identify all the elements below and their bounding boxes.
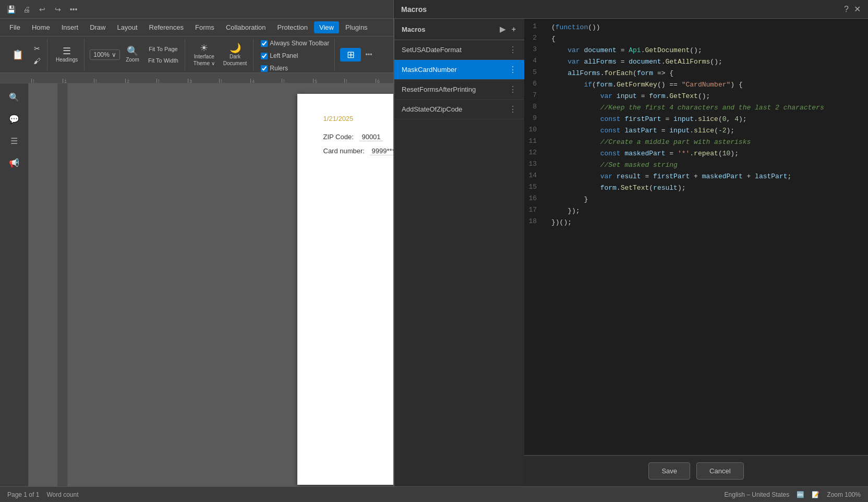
macros-dialog: Macros ? ✕ Macros ▶ + SetUSADateFo: [393, 83, 868, 486]
more-icon[interactable]: •••: [68, 4, 79, 15]
card-label: Card number:: [323, 147, 365, 155]
code-line-9: 9 const firstPart = input.slice(0, 4);: [524, 114, 868, 125]
save-button[interactable]: Save: [648, 462, 690, 480]
zoom-dropdown[interactable]: 100% ∨: [90, 50, 120, 60]
macros-list: SetUSADateFormat ⋮ MaskCardNumber ⋮ Rese…: [394, 83, 524, 486]
code-line-7: 7 var input = form.GetText();: [524, 91, 868, 102]
dark-document-label: Dark: [230, 54, 240, 59]
macro-item-addstateofzipcode[interactable]: AddStateOfZipCode ⋮: [394, 100, 524, 119]
left-panel: 🔍 💬 ☰ 📢: [0, 83, 29, 486]
cancel-button[interactable]: Cancel: [696, 462, 743, 480]
menu-protection[interactable]: Protection: [272, 21, 313, 33]
macro-menu-addstateofzipcode[interactable]: ⋮: [509, 104, 517, 114]
code-line-8: 8 //Keep the first 4 characters and the …: [524, 102, 868, 114]
menu-layout[interactable]: Layout: [112, 21, 143, 33]
status-bar-right: English – United States 🔤 📝 Zoom 100%: [725, 491, 861, 498]
left-panel-label: Left Panel: [270, 52, 298, 59]
zoom-label: Zoom: [126, 57, 139, 63]
zoom-chevron: ∨: [112, 51, 116, 58]
macro-item-resetformsafterprinting[interactable]: ResetFormsAfterPrinting ⋮: [394, 83, 524, 100]
ruler-marks: | 1 | 2 | 3 | 4 | 5 | 6: [31, 73, 407, 83]
code-line-17: 17 });: [524, 205, 868, 217]
search-panel-icon[interactable]: 🔍: [5, 88, 23, 106]
view-options-group: Always Show Toolbar Left Panel Rulers: [256, 39, 335, 70]
theme-group: ☀ Interface Theme ∨ 🌙 Dark Document: [187, 39, 254, 70]
active-toolbar-group: ⊞ •••: [337, 39, 378, 70]
left-panel-check[interactable]: Left Panel: [259, 51, 300, 60]
code-line-6: 6 if(form.GetFormKey() == "CardNumber") …: [524, 83, 868, 91]
menu-forms[interactable]: Forms: [190, 21, 220, 33]
zip-label: ZIP Code:: [323, 133, 354, 141]
zoom-group: 100% ∨ 🔍 Zoom Fit To Page Fit To Width: [87, 39, 185, 70]
code-line-14: 14 var result = firstPart + maskedPart +…: [524, 171, 868, 182]
menu-home[interactable]: Home: [27, 21, 55, 33]
menu-draw[interactable]: Draw: [85, 21, 111, 33]
copy-format-btn[interactable]: 🖌: [30, 55, 44, 67]
track-changes-icon[interactable]: 📝: [812, 491, 819, 498]
headings-label: Headings: [56, 57, 78, 63]
menu-references[interactable]: References: [144, 21, 189, 33]
always-show-toolbar-check[interactable]: Always Show Toolbar: [259, 39, 331, 48]
code-line-12: 12 const maskedPart = '*'.repeat(10);: [524, 148, 868, 160]
rulers-label: Rulers: [270, 65, 288, 72]
menu-collaboration[interactable]: Collaboration: [221, 21, 271, 33]
print-icon[interactable]: 🖨: [21, 4, 32, 15]
redo-icon[interactable]: ↪: [52, 4, 64, 15]
macros-footer: Save Cancel: [524, 455, 868, 486]
vertical-ruler: [57, 83, 68, 486]
menu-view[interactable]: View: [314, 21, 339, 33]
code-line-11: 11 //Create a middle part with asterisks: [524, 137, 868, 148]
paste-btn[interactable]: 📋: [7, 48, 28, 62]
word-count[interactable]: Word count: [46, 491, 78, 498]
zoom-value: 100%: [93, 51, 110, 58]
macro-name-resetformsafterprinting: ResetFormsAfterPrinting: [402, 85, 476, 93]
spell-check-icon[interactable]: 🔤: [797, 491, 804, 498]
fit-to-page-btn[interactable]: Fit To Page: [145, 44, 182, 54]
more-toolbar-icon[interactable]: •••: [363, 49, 375, 60]
macros-list-panel: Macros ▶ + SetUSADateFormat ⋮ MaskCardNu…: [394, 83, 524, 486]
macros-dialog-body: Macros ▶ + SetUSADateFormat ⋮ MaskCardNu…: [394, 83, 868, 486]
dark-document-btn[interactable]: 🌙 Dark Document: [220, 41, 250, 68]
code-editor: 1 (function()) 2 { 3 var document = Api.…: [524, 83, 868, 486]
main-area: 🔍 💬 ☰ 📢 1/21/2025 ZIP Code: 90001 State:…: [0, 83, 868, 486]
status-bar-left: Page 1 of 1 Word count: [7, 491, 79, 498]
fit-to-width-btn[interactable]: Fit To Width: [145, 55, 182, 66]
code-line-18: 18 })();: [524, 217, 868, 228]
menu-plugins[interactable]: Plugins: [340, 21, 373, 33]
code-line-15: 15 form.SetText(result);: [524, 182, 868, 194]
menu-insert[interactable]: Insert: [56, 21, 84, 33]
clipboard-group: 📋 ✂ 🖌: [4, 39, 47, 70]
page-indicator: Page 1 of 1: [7, 491, 39, 498]
code-line-13: 13 //Set masked string: [524, 160, 868, 171]
active-view-btn[interactable]: ⊞: [340, 48, 361, 62]
status-bar: Page 1 of 1 Word count English – United …: [0, 486, 868, 502]
code-content: 1 (function()) 2 { 3 var document = Api.…: [524, 83, 868, 455]
always-show-toolbar-label: Always Show Toolbar: [270, 40, 329, 47]
code-line-16: 16 }: [524, 194, 868, 205]
interface-theme-btn[interactable]: ☀ Interface Theme ∨: [190, 41, 218, 68]
notifications-panel-icon[interactable]: 📢: [5, 153, 23, 172]
title-bar-left: 💾 🖨 ↩ ↪ •••: [5, 4, 79, 15]
save-icon[interactable]: 💾: [5, 4, 17, 15]
rulers-check[interactable]: Rulers: [259, 64, 290, 73]
cut-btn[interactable]: ✂: [30, 43, 44, 54]
comments-panel-icon[interactable]: 💬: [5, 109, 23, 128]
interface-theme-label: Interface: [194, 54, 214, 59]
macro-menu-resetformsafterprinting[interactable]: ⋮: [509, 84, 517, 94]
macro-name-addstateofzipcode: AddStateOfZipCode: [402, 105, 462, 113]
zip-value[interactable]: 90001: [359, 133, 382, 141]
menu-file[interactable]: File: [4, 21, 26, 33]
zoom-indicator[interactable]: Zoom 100%: [827, 491, 861, 498]
undo-icon[interactable]: ↩: [37, 4, 48, 15]
language-selector[interactable]: English – United States: [725, 491, 790, 498]
headings-group: ☰ Headings: [50, 39, 85, 70]
headings-btn[interactable]: ☰ Headings: [53, 44, 81, 65]
code-line-10: 10 const lastPart = input.slice(-2);: [524, 125, 868, 137]
outline-panel-icon[interactable]: ☰: [5, 131, 23, 150]
zoom-label-btn[interactable]: 🔍 Zoom: [122, 44, 143, 65]
